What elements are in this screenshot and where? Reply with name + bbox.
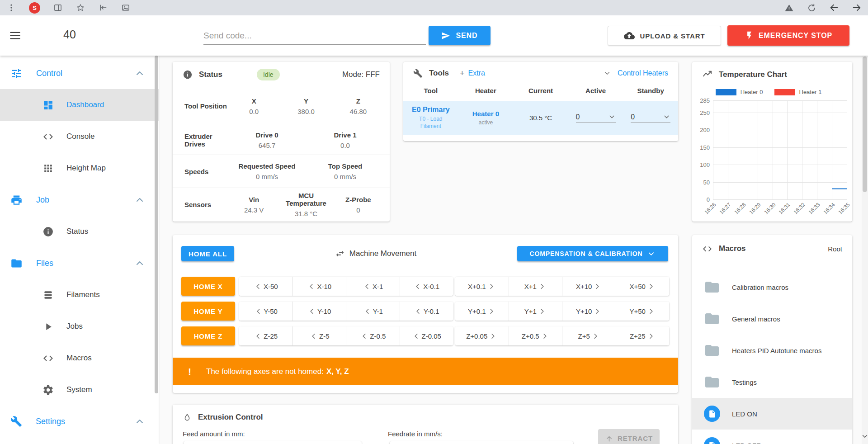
macros-root-breadcrumb[interactable]: Root [828,245,842,253]
tool-row[interactable]: E0 Primary T0 - Load Filament Heater 0 a… [403,101,678,135]
sidebar-scrollbar-thumb[interactable] [155,56,158,393]
home-z-button[interactable]: HOME Z [181,326,235,345]
sidebar-section-job[interactable]: Job [0,184,159,216]
y-tick: 200 [700,127,710,133]
send-button[interactable]: SEND [429,26,491,45]
heater-name[interactable]: Heater 0 [472,110,499,118]
move-z-minus-5-button[interactable]: Z-5 [293,326,347,345]
page-scrollbar[interactable] [862,56,868,444]
tool-subtitle[interactable]: T0 - Load Filament [410,116,451,130]
warning-icon[interactable] [784,3,794,13]
bookmark-star-icon[interactable] [75,3,85,13]
move-x-plus-50-button[interactable]: X+50 [616,277,670,296]
file-icon [704,406,720,422]
move-x-minus-0-1-button[interactable]: X-0.1 [400,277,453,296]
sidebar-section-settings[interactable]: Settings [0,406,159,437]
sidebar-scrollbar[interactable] [154,56,159,444]
chevron-left-icon [309,332,318,340]
heater1-legend-label: Heater 1 [799,89,822,95]
sidebar-toggle-icon[interactable] [53,3,63,13]
move-z-minus-25-button[interactable]: Z-25 [239,326,293,345]
home-y-button[interactable]: HOME Y [181,302,235,321]
move-x-plus-10-button[interactable]: X+10 [562,277,616,296]
move-y-minus-50-button[interactable]: Y-50 [239,302,293,321]
drive-0-value: 645.7 [228,142,306,149]
warning-axes: X, Y, Z [326,367,349,376]
x-tick: 16:28 [733,201,747,215]
sensors-label: Sensors [173,188,228,221]
browser-menu-dots-icon[interactable] [6,3,16,13]
move-y-plus-10-button[interactable]: Y+10 [562,302,616,321]
move-z-plus-0-05-button[interactable]: Z+0.05 [455,326,509,345]
control-heaters-link[interactable]: Control Heaters [618,69,668,77]
move-x-plus-1-button[interactable]: X+1 [509,277,563,296]
macro-file-led-on[interactable]: LED ON [692,398,852,430]
machine-movement-panel: HOME ALL Machine Movement COMPENSATION &… [173,235,678,393]
compensation-calibration-button[interactable]: COMPENSATION & CALIBRATION [517,246,668,261]
sidebar-item-filaments[interactable]: Filaments [0,279,159,311]
image-icon[interactable] [121,3,131,13]
standby-temp-value: 0 [631,113,635,121]
tune-icon [10,67,23,80]
move-x-plus-0-1-button[interactable]: X+0.1 [455,277,509,296]
sidebar-item-macros[interactable]: Macros [0,342,159,374]
sidebar-item-height-map[interactable]: Height Map [0,152,159,184]
move-y-minus-0-1-button[interactable]: Y-0.1 [400,302,453,321]
move-y-minus-10-button[interactable]: Y-10 [293,302,347,321]
z-minus-group: Z-25 Z-5 Z-0.5 Z-0.05 [239,326,453,345]
move-x-minus-10-button[interactable]: X-10 [293,277,347,296]
home-x-button[interactable]: HOME X [181,277,235,296]
profile-avatar[interactable]: S [29,2,40,14]
macro-folder-heaters-pid[interactable]: Heaters PID Autotune macros [692,335,852,366]
sidebar-item-jobs[interactable]: Jobs [0,311,159,342]
emergency-stop-label: EMERGENCY STOP [759,32,832,40]
tool-name[interactable]: E0 Primary [412,106,450,114]
sidebar-item-console-label: Console [66,132,94,141]
move-z-plus-5-button[interactable]: Z+5 [562,326,616,345]
feedrate-button-group[interactable] [390,441,573,444]
reload-icon[interactable] [807,3,816,13]
sidebar-section-files[interactable]: Files [0,247,159,279]
feed-amount-button-group[interactable] [184,441,362,444]
sidebar-item-system[interactable]: System [0,374,159,406]
extra-link[interactable]: Extra [468,69,485,77]
menu-icon[interactable] [9,29,21,42]
sidebar-item-console[interactable]: Console [0,121,159,152]
requested-speed-caption: Requested Speed [228,162,306,170]
page-scrollbar-thumb[interactable] [863,57,867,192]
active-temp-select[interactable]: 0 [576,113,616,123]
home-all-button[interactable]: HOME ALL [181,246,234,261]
move-y-plus-1-button[interactable]: Y+1 [509,302,563,321]
move-x-minus-1-button[interactable]: X-1 [346,277,400,296]
emergency-stop-button[interactable]: EMERGENCY STOP [727,25,849,46]
retract-button[interactable]: RETRACT [598,429,660,444]
move-z-minus-0-05-button[interactable]: Z-0.05 [400,326,453,345]
browser-chrome-bar: S [0,0,868,15]
chevron-down-icon [663,113,670,121]
status-panel-header: Status Idle Mode: FFF [173,62,390,87]
sidebar-item-dashboard[interactable]: Dashboard [0,89,159,121]
sidebar-section-control[interactable]: Control [0,57,159,89]
move-y-plus-50-button[interactable]: Y+50 [616,302,670,321]
move-x-minus-50-button[interactable]: X-50 [239,277,293,296]
scroll-down-arrow[interactable] [862,432,868,440]
macro-file-led-off[interactable]: LED OFF [692,430,852,444]
move-y-plus-0-1-button[interactable]: Y+0.1 [455,302,509,321]
move-z-minus-0-5-button[interactable]: Z-0.5 [346,326,400,345]
move-y-minus-1-button[interactable]: Y-1 [346,302,400,321]
upload-start-button[interactable]: UPLOAD & START [608,26,721,46]
back-icon[interactable] [829,3,839,13]
x-tick: 16:32 [793,201,807,215]
heater-current-temp: 30.5 °C [529,114,552,122]
pin-tab-icon[interactable] [98,3,108,13]
chevron-down-icon [608,113,616,121]
standby-temp-select[interactable]: 0 [631,113,670,123]
macro-folder-calibration[interactable]: Calibration macros [692,271,852,303]
sidebar-item-status[interactable]: Status [0,216,159,247]
macro-folder-general[interactable]: General macros [692,303,852,335]
forward-icon[interactable] [852,3,862,13]
move-z-plus-0-5-button[interactable]: Z+0.5 [509,326,563,345]
code-input[interactable] [203,27,426,45]
macro-folder-testings[interactable]: Testings [692,366,852,398]
move-z-plus-25-button[interactable]: Z+25 [616,326,670,345]
